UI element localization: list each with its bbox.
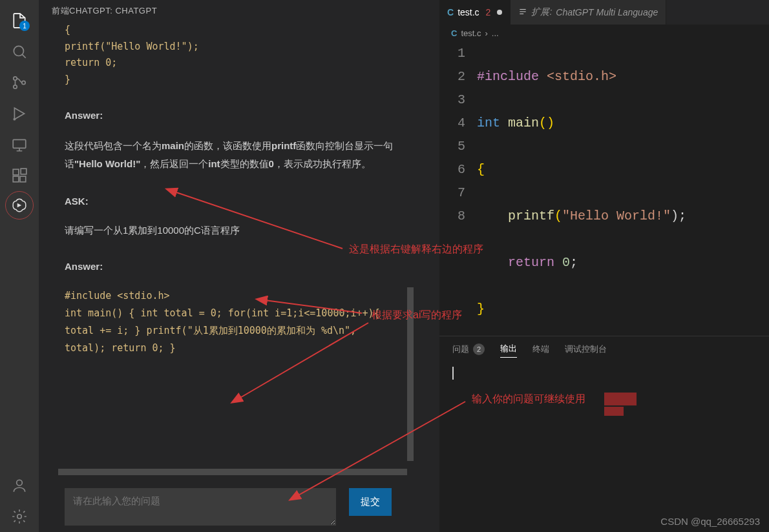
cursor-icon bbox=[452, 367, 454, 380]
panel-tab-label: 问题 bbox=[452, 343, 469, 355]
breadcrumb[interactable]: C test.c › ... bbox=[439, 25, 769, 42]
chat-input-row: 提交 bbox=[39, 475, 439, 532]
panel-tab-debug[interactable]: 调试控制台 bbox=[565, 343, 607, 358]
code-line: return 0; bbox=[65, 55, 414, 72]
editor-tabs: C test.c 2 扩展: ChatGPT Multi Language bbox=[439, 0, 769, 25]
code-line: } bbox=[65, 72, 414, 88]
source-control-icon[interactable] bbox=[4, 67, 35, 98]
panel-tab-problems[interactable]: 问题 2 bbox=[452, 343, 485, 358]
explorer-badge: 1 bbox=[19, 21, 30, 31]
c-file-icon: C bbox=[451, 28, 457, 38]
panel-tab-output[interactable]: 输出 bbox=[500, 343, 517, 358]
svg-point-4 bbox=[14, 119, 15, 120]
remote-icon[interactable] bbox=[4, 129, 35, 160]
code-line: total); return 0; } bbox=[65, 340, 414, 357]
account-icon[interactable] bbox=[4, 470, 35, 501]
chatgpt-panel: 前端CHATGPT: CHATGPT { printf("Hello World… bbox=[39, 0, 439, 532]
watermark: CSDN @qq_26665293 bbox=[660, 516, 760, 527]
settings-icon[interactable] bbox=[4, 501, 35, 532]
svg-point-10 bbox=[17, 480, 23, 486]
panel-tab-label: 终端 bbox=[532, 343, 549, 355]
ask-text: 请编写一个从1累加到10000的C语言程序 bbox=[65, 222, 414, 239]
tab-test-c[interactable]: C test.c 2 bbox=[439, 0, 511, 25]
panel-tab-label: 输出 bbox=[500, 343, 517, 354]
code-line: printf("Hello World!"); bbox=[65, 39, 414, 56]
svg-rect-8 bbox=[20, 176, 26, 182]
activity-bar: 1 bbox=[0, 0, 39, 532]
panel-title: 前端CHATGPT: CHATGPT bbox=[39, 0, 439, 22]
breadcrumb-sep: › bbox=[485, 28, 487, 38]
chat-content: { printf("Hello World!"); return 0; } An… bbox=[39, 22, 439, 469]
code-line: total += i; } printf("从1累加到10000的累加和为 %d… bbox=[65, 322, 414, 340]
answer-label-2: Answer: bbox=[65, 258, 414, 275]
problems-count-badge: 2 bbox=[473, 343, 485, 355]
tab-ext-prefix: 扩展: bbox=[531, 6, 552, 18]
panel-tab-label: 调试控制台 bbox=[565, 343, 607, 355]
run-debug-icon[interactable] bbox=[4, 98, 35, 129]
dirty-indicator-icon bbox=[497, 10, 502, 15]
output-content[interactable] bbox=[439, 362, 769, 387]
chat-input[interactable] bbox=[65, 488, 336, 526]
bottom-panel: 问题 2 输出 终端 调试控制台 bbox=[439, 336, 769, 532]
svg-point-1 bbox=[14, 77, 17, 80]
svg-point-11 bbox=[17, 515, 22, 519]
breadcrumb-file: test.c bbox=[461, 28, 481, 38]
svg-point-3 bbox=[22, 81, 25, 84]
tab-extension[interactable]: 扩展: ChatGPT Multi Language bbox=[511, 0, 666, 25]
code-line: #include <stdio.h> bbox=[65, 287, 414, 305]
code-line: int main() { int total = 0; for(int i=1;… bbox=[65, 305, 414, 322]
code-snippet: { printf("Hello World!"); return 0; } bbox=[65, 22, 414, 88]
c-file-icon: C bbox=[447, 7, 454, 17]
extensions-icon[interactable] bbox=[4, 160, 35, 191]
search-icon[interactable] bbox=[4, 36, 35, 67]
ask-label: ASK: bbox=[65, 193, 414, 210]
tab-error-count: 2 bbox=[486, 7, 491, 17]
code-block: #include <stdio.h> int main() { int tota… bbox=[65, 287, 414, 357]
svg-point-0 bbox=[14, 46, 23, 56]
svg-rect-5 bbox=[13, 139, 26, 148]
list-icon bbox=[518, 7, 527, 18]
panel-tab-terminal[interactable]: 终端 bbox=[532, 343, 549, 358]
chatgpt-icon[interactable] bbox=[5, 191, 34, 220]
tab-ext-name: ChatGPT Multi Language bbox=[556, 7, 658, 17]
svg-rect-9 bbox=[21, 169, 26, 174]
panel-tabs: 问题 2 输出 终端 调试控制台 bbox=[439, 336, 769, 362]
answer-label: Answer: bbox=[65, 107, 414, 124]
breadcrumb-rest: ... bbox=[492, 28, 499, 38]
svg-point-2 bbox=[14, 85, 17, 88]
horizontal-scrollbar[interactable] bbox=[58, 469, 407, 475]
svg-rect-7 bbox=[13, 176, 19, 182]
explorer-icon[interactable]: 1 bbox=[4, 5, 35, 36]
submit-button[interactable]: 提交 bbox=[349, 488, 392, 516]
svg-rect-6 bbox=[13, 169, 19, 175]
tab-label: test.c bbox=[458, 7, 479, 17]
code-line: { bbox=[65, 22, 414, 39]
answer-text: 这段代码包含一个名为main的函数，该函数使用printf函数向控制台显示一句话… bbox=[65, 137, 414, 174]
